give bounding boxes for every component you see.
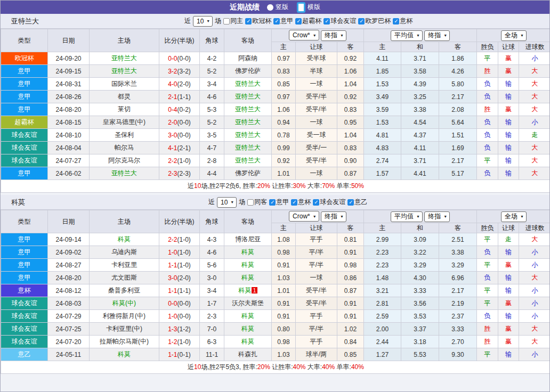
result-winloss: 负: [477, 167, 498, 180]
league-filter-checkbox[interactable]: [291, 199, 297, 206]
league-filter[interactable]: 球会友谊: [313, 198, 345, 207]
league-filter[interactable]: 意乙: [347, 198, 367, 207]
home-team-name: 亚特兰大: [111, 169, 137, 177]
league-filter[interactable]: 意甲: [269, 198, 289, 207]
result-handicap: 输: [498, 310, 519, 323]
recent-count-select[interactable]: 10▼: [193, 16, 213, 27]
result-handicap: 输: [498, 78, 519, 91]
summary-text: 让胜率:: [270, 182, 293, 190]
league-badge: 球会友谊: [1, 323, 48, 336]
league-badge: 球会友谊: [1, 154, 48, 167]
table-row: 意甲24-06-02亚特兰大2-3(2-3)4-4佛罗伦萨1.01一球0.871…: [1, 167, 550, 180]
handicap-select-cell: Crow*▼ 终指▼: [272, 29, 364, 42]
league-filter-checkbox[interactable]: [393, 18, 399, 24]
table-row: 意甲24-08-20莱切0-4(0-2)5-3亚特兰大1.06受平/半0.833…: [1, 103, 550, 116]
odds-provider-select[interactable]: Crow*▼: [289, 30, 319, 40]
handicap-home-odds: 1.03: [272, 272, 296, 284]
odds-time-select[interactable]: 终指▼: [321, 30, 346, 41]
table-row: 球会友谊24-07-20拉斯帕尔马斯(中)1-2(1-0)6-3科莫0.98平手…: [1, 336, 550, 348]
avg-draw-odds: 5.53: [401, 348, 439, 361]
away-team-name: 亚特兰大: [235, 105, 261, 113]
league-filter-checkbox[interactable]: [358, 18, 365, 24]
recent-count-select-value: 10: [197, 18, 204, 25]
chevron-down-icon: ▼: [520, 215, 524, 218]
recent-count-select[interactable]: 10▼: [217, 197, 237, 208]
league-filter[interactable]: 欧罗巴杯: [358, 17, 391, 26]
handicap-home-odds: 1.01: [272, 284, 296, 297]
corner-count: 3-4: [200, 284, 224, 297]
home-team: 科莫: [90, 348, 159, 361]
avg-away-odds: 2.08: [439, 103, 477, 116]
away-team: 阿森纳: [224, 52, 272, 65]
same-venue-checkbox[interactable]: [247, 199, 254, 206]
result-goals: 大: [519, 336, 550, 348]
league-filter-checkbox[interactable]: [245, 18, 252, 24]
scope-select[interactable]: 全场▼: [501, 30, 527, 41]
same-venue-label: 同主: [230, 17, 243, 26]
avg-draw-odds: 3.71: [401, 52, 439, 65]
same-venue-filter[interactable]: 同主: [223, 17, 243, 26]
result-winloss: 负: [477, 78, 498, 91]
summary-stat-value: 70%: [322, 182, 335, 190]
odds-provider-select[interactable]: Crow*▼: [289, 211, 319, 222]
league-filter[interactable]: 超霸杯: [295, 17, 321, 26]
score: 3-2(3-2): [159, 65, 200, 78]
halftime-score: (2-3): [177, 170, 191, 177]
result-winloss: 平: [477, 348, 498, 361]
league-filter-checkbox[interactable]: [269, 199, 276, 206]
league-filter-checkbox[interactable]: [347, 199, 354, 206]
league-filter[interactable]: 意杯: [393, 17, 412, 26]
league-filter-checkbox[interactable]: [273, 18, 280, 24]
handicap-away-odds: 0.90: [337, 154, 364, 167]
avg-time-select[interactable]: 终指▼: [424, 211, 450, 222]
avg-away-odds: 4.26: [439, 65, 477, 78]
away-team: 亚特兰大: [224, 78, 272, 91]
result-handicap: 输: [498, 142, 519, 154]
result-goals: 大: [519, 65, 550, 78]
league-filter[interactable]: 意甲: [273, 17, 293, 26]
column-header: 客: [439, 42, 477, 52]
result-goals: 大: [519, 91, 550, 103]
league-filter[interactable]: 球会友谊: [323, 17, 356, 26]
fulltime-score: 4-1: [168, 144, 177, 152]
fulltime-score: 1-0: [168, 249, 177, 256]
average-select-cell: 平均值▼ 终指▼: [364, 210, 477, 223]
odds-time-select[interactable]: 终指▼: [321, 211, 346, 222]
result-winloss: 平: [477, 154, 498, 167]
home-team: 亚特兰大: [90, 52, 159, 65]
avg-draw-odds: 3.38: [401, 103, 439, 116]
away-team-name: 亚特兰大: [235, 93, 261, 100]
league-filter[interactable]: 意杯: [291, 198, 311, 207]
avg-home-odds: 1.57: [364, 167, 401, 180]
scope-select[interactable]: 全场▼: [501, 211, 527, 222]
avg-type-select[interactable]: 平均值▼: [391, 30, 423, 41]
summary-text: 大率:: [306, 182, 322, 190]
away-team: 科莫: [224, 336, 272, 348]
avg-time-select-value: 终指: [428, 31, 441, 40]
radio-icon-vertical[interactable]: [267, 4, 273, 11]
league-filter-checkbox[interactable]: [313, 199, 319, 206]
radio-icon-horizontal[interactable]: [297, 2, 305, 13]
league-filter-label: 意甲: [280, 17, 293, 26]
fulltime-score: 0-0: [168, 300, 177, 307]
result-handicap: 输: [498, 167, 519, 180]
league-badge: 意甲: [1, 259, 48, 272]
score: 1-1(1-1): [159, 284, 200, 297]
league-filter[interactable]: 欧冠杯: [245, 17, 271, 26]
same-venue-filter[interactable]: 同客: [247, 198, 267, 207]
result-winloss: 平: [477, 233, 498, 246]
home-team-name: 拉斯帕尔马斯(中): [100, 338, 149, 345]
avg-type-select[interactable]: 平均值▼: [391, 211, 423, 222]
league-filter-checkbox[interactable]: [323, 18, 330, 24]
radio-option-horizontal[interactable]: 横版: [297, 2, 320, 13]
avg-time-select[interactable]: 终指▼: [424, 30, 450, 41]
radio-option-vertical[interactable]: 竖版: [267, 3, 288, 12]
league-filter-checkbox[interactable]: [295, 18, 302, 24]
odds-provider-select-value: Crow*: [293, 31, 310, 39]
away-team-name: 科森扎: [238, 350, 257, 358]
same-venue-checkbox[interactable]: [223, 18, 230, 24]
fulltime-score: 4-0: [168, 80, 177, 88]
fulltime-score: 3-2: [168, 68, 177, 75]
column-header: 主: [272, 42, 296, 52]
halftime-score: (0-0): [177, 300, 191, 307]
